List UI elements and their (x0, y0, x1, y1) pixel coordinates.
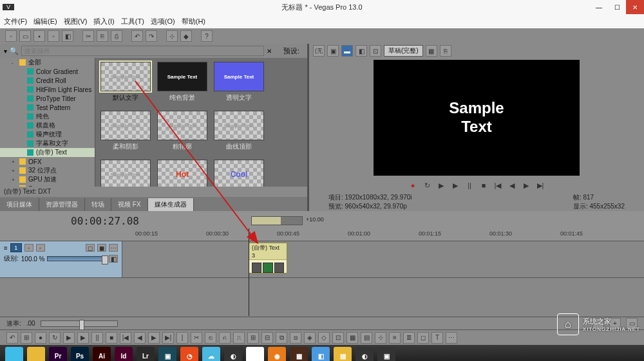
timeline-tool-button[interactable]: ⋯ (446, 332, 457, 344)
transport-button[interactable]: ↻ (422, 180, 432, 190)
redo-icon[interactable]: ↷ (146, 30, 157, 42)
preset-thumb[interactable]: Sample Text粗轮廓 (156, 111, 209, 157)
clear-search-icon[interactable]: ✕ (267, 48, 272, 55)
track-bypass-icon[interactable]: ▫ (36, 244, 45, 252)
preset-thumb[interactable]: Cool (213, 160, 265, 187)
search-icon[interactable]: 🔍 (10, 47, 19, 55)
clip-pan-icon[interactable] (274, 263, 284, 273)
preview-tab-icon[interactable]: (无 (313, 45, 325, 57)
timeline-tool-button[interactable]: ⊞ (247, 332, 259, 344)
preview-overlay-icon[interactable]: ▦ (426, 45, 437, 57)
timeline-tool-button[interactable]: ▶ (63, 332, 75, 344)
preview-quality-select[interactable]: 草稿(完整) (384, 45, 423, 57)
taskbar-app[interactable]: ◧ (312, 347, 330, 361)
timeline-tool-button[interactable]: ↻ (49, 332, 61, 344)
zoom-slider[interactable] (251, 216, 303, 225)
taskbar-app[interactable]: ◔ (180, 347, 198, 361)
transport-button[interactable]: ▶| (535, 180, 545, 190)
preset-thumb[interactable]: Sample Text曲线顶部 (213, 111, 265, 157)
preset-thumb[interactable]: Hot (156, 160, 209, 187)
tree-item[interactable]: 噪声纹理 (0, 130, 95, 139)
maximize-button[interactable]: ☐ (608, 0, 626, 14)
transport-button[interactable]: ◀ (507, 180, 517, 190)
render-icon[interactable]: ▫ (48, 30, 59, 42)
transport-button[interactable]: ▶ (450, 180, 460, 190)
track-fx-icon[interactable]: ▫ (24, 244, 33, 252)
timeline-tool-button[interactable]: || (91, 332, 103, 344)
tree-item[interactable]: +32 位浮点 (0, 166, 95, 175)
paste-icon[interactable]: ⎙ (111, 30, 122, 42)
zoom-out-icon[interactable]: - (592, 318, 604, 329)
transport-button[interactable]: ● (408, 180, 418, 190)
clip-fx-icon[interactable] (252, 263, 261, 273)
taskbar-app[interactable]: ◐ (355, 347, 374, 361)
preview-monitor-icon[interactable]: ▬ (341, 45, 353, 57)
rate-slider[interactable] (41, 320, 118, 327)
cut-icon[interactable]: ✂ (82, 30, 94, 42)
timeline-tool-button[interactable]: ▤ (361, 332, 372, 344)
timeline-tool-button[interactable]: | (176, 332, 188, 344)
timeline-tool-button[interactable]: ⊞ (21, 332, 32, 344)
tree-item[interactable]: +OFX (0, 157, 95, 166)
preset-thumb[interactable]: Sample Text默认文字 (99, 62, 152, 108)
taskbar-app[interactable]: ◎ (246, 347, 264, 361)
timeline-tool-button[interactable]: ⊟ (261, 332, 273, 344)
timeline-tool-button[interactable]: ◀ (134, 332, 146, 344)
panel-tab[interactable]: 资源管理器 (39, 198, 85, 211)
empty-track-area[interactable] (0, 278, 644, 317)
open-icon[interactable]: ▭ (19, 30, 31, 42)
taskbar-app[interactable]: ☁ (202, 347, 220, 361)
timeline-tool-button[interactable]: ⎋ (205, 332, 216, 344)
timeline-tool-button[interactable]: ◇ (318, 332, 330, 344)
preview-copy-icon[interactable]: ⎘ (440, 45, 451, 57)
taskbar-app[interactable]: ▤ (334, 347, 352, 361)
timeline-tool-button[interactable]: ≣ (403, 332, 415, 344)
transport-button[interactable]: ▶ (521, 180, 531, 190)
menu-文件(F)[interactable]: 文件(F) (4, 17, 27, 26)
timeline-tool-button[interactable]: ▦ (346, 332, 358, 344)
taskbar-app[interactable]: ◉ (268, 347, 286, 361)
tree-item[interactable]: (自带) Text (0, 148, 95, 157)
taskbar-app[interactable]: ▣ (158, 347, 176, 361)
menu-帮助(H)[interactable]: 帮助(H) (182, 17, 205, 26)
tree-item[interactable]: 字幕和文字 (0, 139, 95, 148)
transport-button[interactable]: || (464, 180, 475, 190)
timeline-tool-button[interactable]: ▶ (148, 332, 160, 344)
taskbar-app[interactable]: ▦ (290, 347, 308, 361)
preset-thumb[interactable]: Sample Text (99, 160, 152, 187)
timeline-tool-button[interactable]: ◻ (417, 332, 429, 344)
search-input[interactable] (21, 46, 264, 56)
panel-tab[interactable]: 转场 (85, 198, 111, 211)
transport-button[interactable]: |◀ (493, 180, 503, 190)
timeline-tool-button[interactable]: ▶ (77, 332, 89, 344)
timecode[interactable]: 00:00:27.08 (0, 215, 139, 227)
timeline-tool-button[interactable]: ⊡ (332, 332, 344, 344)
taskbar-app[interactable]: Ps (71, 347, 89, 361)
track-more-icon[interactable]: ⋯ (109, 244, 118, 252)
timeline-tool-button[interactable]: T (431, 332, 443, 344)
preset-thumb[interactable]: Sample Text透明文字 (213, 62, 265, 108)
tree-item[interactable]: 棋盘格 (0, 121, 95, 130)
track-header[interactable]: ≡ 1 ▫ ▫ ◻ ◼ ⋯ 级别: 100.0 % ◧ (0, 241, 122, 277)
track-mute-icon[interactable]: ◻ (86, 244, 95, 252)
track-lane[interactable]: (自带) Text 3 (122, 241, 644, 277)
zoom-height-icon[interactable]: ▭ (626, 318, 638, 329)
taskbar-app[interactable]: Ai (93, 347, 111, 361)
track-comp-icon[interactable]: ◧ (109, 255, 118, 263)
taskbar-app[interactable] (5, 347, 23, 361)
menu-编辑(E)[interactable]: 编辑(E) (33, 17, 57, 26)
panel-tab[interactable]: 视频 FX (111, 198, 148, 211)
timeline-tool-button[interactable]: ● (35, 332, 46, 344)
text-clip[interactable]: (自带) Text 3 (249, 243, 287, 273)
tree-item[interactable]: 纯色 (0, 112, 95, 121)
props-icon[interactable]: ◧ (62, 30, 73, 42)
transport-button[interactable]: ■ (478, 180, 489, 190)
copy-icon[interactable]: ⎘ (97, 30, 108, 42)
track-solo-icon[interactable]: ◼ (97, 244, 106, 252)
preview-device-icon[interactable]: ▣ (327, 45, 339, 57)
taskbar-app[interactable]: Pr (49, 347, 67, 361)
taskbar-app[interactable]: ◐ (224, 347, 242, 361)
menu-选项(O)[interactable]: 选项(O) (151, 17, 175, 26)
preset-thumb[interactable]: Sample Text纯色背景 (156, 62, 209, 108)
timeline-tool-button[interactable]: ■ (106, 332, 117, 344)
